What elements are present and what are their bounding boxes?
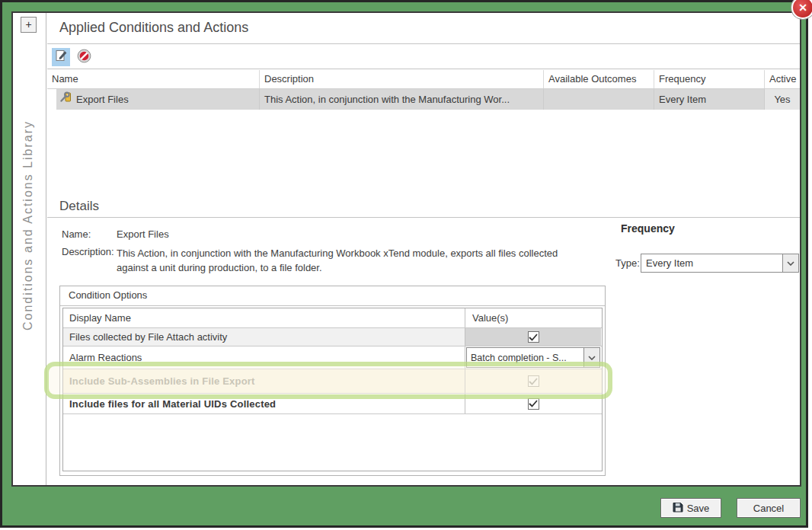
check-icon (529, 378, 538, 385)
row-name-cell: Export Files (56, 89, 260, 110)
row-frequency-cell: Every Item (654, 89, 765, 110)
condition-row-alarm-reactions[interactable]: Alarm Reactions Batch completion - S... (63, 346, 602, 369)
check-icon (529, 334, 538, 341)
details-title: Details (59, 199, 99, 214)
include-material-uids-checkbox[interactable] (528, 398, 539, 410)
condition-name: Files collected by File Attach activity (63, 328, 465, 346)
name-value: Export Files (117, 228, 169, 240)
alarm-reactions-dropdown[interactable]: Batch completion - S... (466, 347, 600, 368)
condition-name: Alarm Reactions (63, 346, 465, 369)
condition-name: Include Sub-Assemblies in File Export (63, 369, 465, 393)
table-row-export-files[interactable]: Export Files This Action, in conjunction… (47, 89, 800, 110)
condition-name: Include files for all Material UIDs Coll… (63, 394, 465, 413)
chevron-down-icon[interactable] (583, 348, 599, 367)
condition-row-include-material-uids[interactable]: Include files for all Material UIDs Coll… (63, 394, 602, 414)
condition-row-include-sub-assemblies[interactable]: Include Sub-Assemblies in File Export (63, 369, 602, 394)
row-indent (47, 89, 56, 110)
cancel-button[interactable]: Cancel (737, 498, 801, 518)
condition-row-files-collected[interactable]: Files collected by File Attach activity (63, 328, 602, 346)
column-header-frequency[interactable]: Frequency (654, 70, 765, 88)
action-icon (59, 89, 72, 110)
frequency-type-value: Every Item (641, 257, 782, 269)
header: Applied Conditions and Actions (47, 13, 800, 44)
alarm-reactions-value: Batch completion - S... (467, 353, 583, 363)
cancel-label: Cancel (753, 503, 784, 514)
page-title: Applied Conditions and Actions (59, 20, 248, 36)
files-collected-checkbox[interactable] (528, 331, 539, 343)
details-header: Details (47, 196, 800, 218)
column-header-active[interactable]: Active (765, 70, 800, 88)
save-button[interactable]: Save (660, 498, 721, 518)
column-header-name[interactable]: Name (47, 70, 260, 88)
edit-icon (55, 49, 68, 65)
chevron-down-icon[interactable] (782, 254, 798, 272)
condition-options-table: Display Name Value(s) Files collected by… (62, 308, 603, 471)
condition-options-group: Condition Options Display Name Value(s) … (59, 286, 606, 476)
details-name-row: Name: Export Files (62, 228, 91, 240)
toolbar (47, 45, 800, 69)
sidebar-conditions-library[interactable]: + Conditions and Actions Library (13, 13, 46, 485)
name-label: Name: (62, 228, 91, 240)
applied-table-header: Name Description Available Outcomes Freq… (47, 70, 800, 89)
save-label: Save (687, 503, 710, 514)
frequency-title: Frequency (621, 222, 675, 235)
save-icon (673, 502, 683, 515)
description-value: This Action, in conjunction with the Man… (117, 246, 590, 275)
column-header-description[interactable]: Description (260, 70, 544, 88)
disable-button[interactable] (75, 48, 93, 66)
row-available-outcomes-cell (544, 89, 654, 110)
divider (60, 305, 605, 306)
row-active-cell: Yes (765, 89, 800, 110)
disable-icon (77, 49, 91, 66)
description-label: Description: (62, 246, 114, 257)
type-label: Type: (615, 257, 640, 269)
column-header-values: Value(s) (465, 308, 601, 327)
dialog: + Conditions and Actions Library Applied… (11, 11, 801, 487)
expand-library-button[interactable]: + (21, 17, 37, 33)
frequency-type-row: Type: Every Item (615, 257, 640, 269)
details-description-row: Description: This Action, in conjunction… (62, 246, 114, 257)
window-frame: + Conditions and Actions Library Applied… (0, 0, 808, 528)
frequency-type-dropdown[interactable]: Every Item (641, 254, 799, 273)
include-sub-assemblies-checkbox[interactable] (528, 375, 539, 387)
condition-table-header: Display Name Value(s) (63, 308, 602, 328)
row-name-text: Export Files (76, 89, 129, 110)
row-description-cell: This Action, in conjunction with the Man… (260, 89, 544, 110)
sidebar-title: Conditions and Actions Library (20, 73, 37, 378)
condition-options-title: Condition Options (69, 289, 147, 301)
column-header-display-name: Display Name (63, 308, 465, 327)
edit-button[interactable] (52, 48, 70, 66)
screen: + Conditions and Actions Library Applied… (0, 0, 812, 530)
column-header-available-outcomes[interactable]: Available Outcomes (544, 70, 654, 88)
check-icon (529, 400, 538, 407)
